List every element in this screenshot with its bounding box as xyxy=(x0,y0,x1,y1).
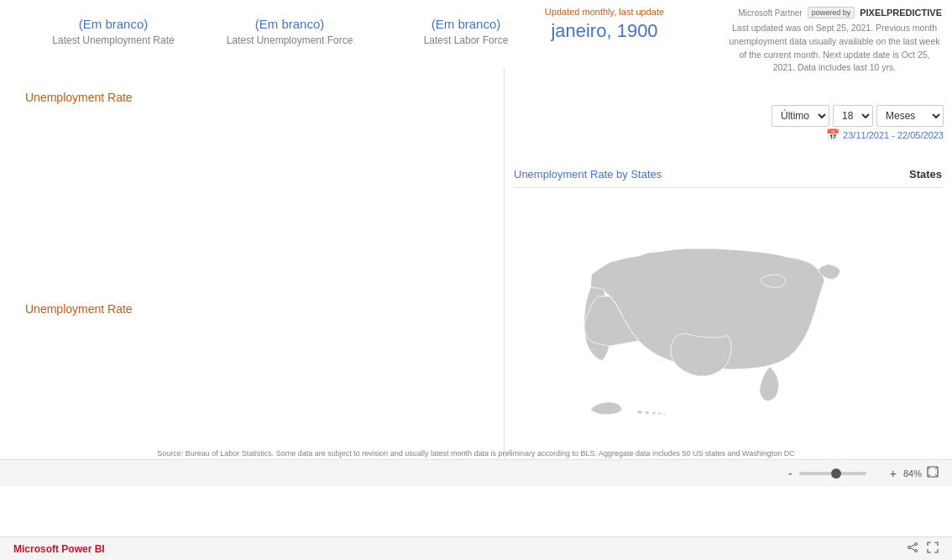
zoom-slider[interactable] xyxy=(799,472,866,475)
info-panel: Microsoft Partner powered by PIXELPREDIC… xyxy=(717,0,952,81)
map-states-label: States xyxy=(909,168,942,181)
unemployment-force-card: (Em branco) Latest Unemployment Force xyxy=(201,17,378,46)
powerbi-bar: Microsoft Power BI xyxy=(0,536,952,560)
number-select[interactable]: 18 xyxy=(833,105,873,127)
svg-line-10 xyxy=(910,548,914,551)
zoom-in-button[interactable]: + xyxy=(888,467,898,480)
calendar-icon: 📅 xyxy=(826,128,840,141)
svg-point-1 xyxy=(645,411,649,415)
svg-point-4 xyxy=(663,413,666,415)
fit-page-button[interactable] xyxy=(927,466,939,480)
zoom-out-button[interactable]: - xyxy=(787,467,794,480)
zoom-percent: 84% xyxy=(903,468,922,479)
info-description: Last updated was on Sept 25, 2021. Previ… xyxy=(727,22,942,75)
svg-point-6 xyxy=(915,543,918,546)
unemployment-rate-top-title: Unemployment Rate xyxy=(25,91,133,104)
controls-row: Último 18 Meses xyxy=(772,105,944,127)
fullscreen-button[interactable] xyxy=(927,542,939,556)
date-range-text: 23/11/2021 - 22/05/2023 xyxy=(843,130,944,140)
powered-badge: powered by xyxy=(808,7,855,18)
us-map-svg xyxy=(526,203,929,455)
updated-monthly-label: Updated monthly, last update xyxy=(495,7,714,17)
svg-point-2 xyxy=(652,412,656,415)
powerbi-right-icons xyxy=(907,542,939,556)
unemployment-force-value: (Em branco) xyxy=(255,17,325,31)
date-range-row: 📅 23/11/2021 - 22/05/2023 xyxy=(826,128,944,141)
share-button[interactable] xyxy=(907,542,918,556)
powerbi-link[interactable]: Microsoft Power BI xyxy=(13,543,105,555)
svg-point-3 xyxy=(658,412,661,415)
zoom-bar: - + 84% xyxy=(0,459,952,486)
powered-label: powered by xyxy=(812,8,851,17)
map-header: Unemployment Rate by States States xyxy=(504,168,952,181)
labor-force-value: (Em branco) xyxy=(432,17,501,31)
zoom-slider-container xyxy=(799,472,883,475)
left-chart-area xyxy=(0,109,504,428)
unemployment-rate-value: (Em branco) xyxy=(79,17,149,31)
unemployment-rate-left-title: Unemployment Rate xyxy=(25,302,133,316)
ultimo-select[interactable]: Último xyxy=(772,105,829,127)
main-date: janeiro, 1900 xyxy=(495,20,714,42)
unemployment-force-label: Latest Unemployment Force xyxy=(227,34,353,46)
svg-point-7 xyxy=(908,547,911,549)
footer-source-container: Source: Bureau of Labor Statistics. Some… xyxy=(0,444,952,459)
map-title: Unemployment Rate by States xyxy=(514,168,662,181)
svg-line-9 xyxy=(910,545,914,547)
svg-point-8 xyxy=(915,550,918,552)
brand-name: PIXELPREDICTIVE xyxy=(860,8,942,18)
map-section: Unemployment Rate by States States xyxy=(504,168,952,468)
zoom-thumb xyxy=(831,468,841,479)
partner-label: Microsoft Partner xyxy=(739,8,803,18)
us-map-container xyxy=(504,195,952,463)
unemployment-rate-label: Latest Unemployment Rate xyxy=(52,34,174,46)
footer-source-text: Source: Bureau of Labor Statistics. Some… xyxy=(140,442,812,461)
unemployment-rate-card: (Em branco) Latest Unemployment Rate xyxy=(25,17,201,46)
updated-section: Updated monthly, last update janeiro, 19… xyxy=(495,0,714,49)
meses-select[interactable]: Meses xyxy=(876,105,944,127)
svg-point-0 xyxy=(637,411,642,414)
